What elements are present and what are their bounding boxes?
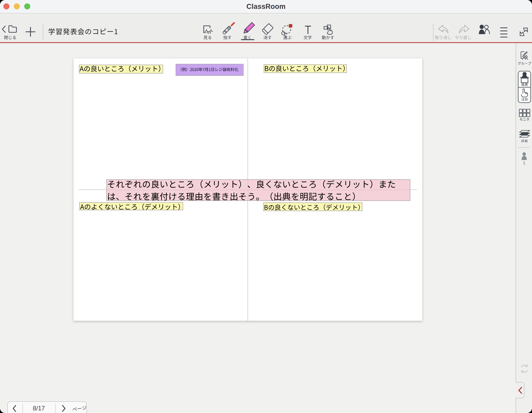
- svg-text:1: 1: [523, 161, 525, 165]
